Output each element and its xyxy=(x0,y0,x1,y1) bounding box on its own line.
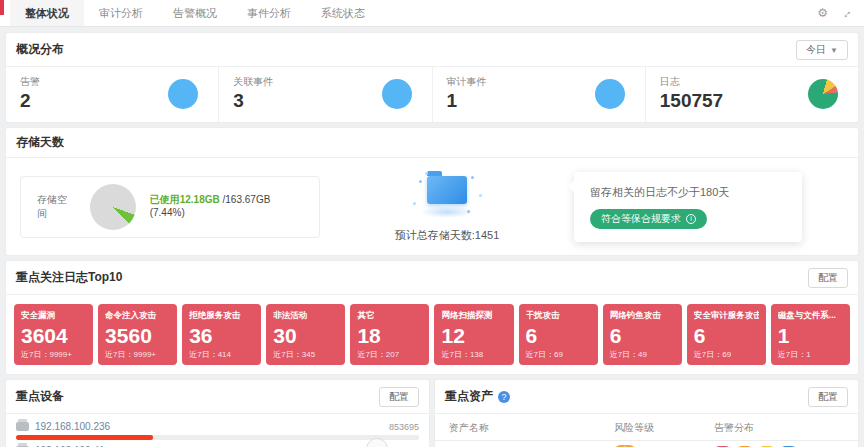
log-card-value: 6 xyxy=(610,324,675,348)
log-card-recent: 近7日：207 xyxy=(357,349,422,360)
log-card-title: 安全审计服务攻击 xyxy=(694,310,759,322)
stat-value: 1 xyxy=(447,90,487,112)
log-card-value: 6 xyxy=(526,324,591,348)
info-icon: i xyxy=(686,214,696,224)
log-card-title: 命令注入攻击 xyxy=(105,310,170,322)
assets-col-risk: 风险等级 xyxy=(614,421,714,435)
assets-table-header: 资产名称 风险等级 告警分布 xyxy=(435,414,858,441)
device-icon xyxy=(16,422,29,431)
log-card-recent: 近7日：345 xyxy=(273,349,338,360)
storage-section: 存储天数 存储空间 已使用12.18GB /163.67GB (7.44%) 预… xyxy=(6,128,858,255)
log-card-title: 干扰攻击 xyxy=(526,310,591,322)
asset-row: WindowsServer2016高0202 xyxy=(435,441,858,447)
period-label: 今日 xyxy=(806,43,826,57)
tab-0[interactable]: 整体状况 xyxy=(10,0,84,26)
asset-rows: WindowsServer2016高0202UAC高0200centos-233… xyxy=(435,441,858,447)
compliance-notice-text: 留存相关的日志不少于180天 xyxy=(590,185,786,200)
log-card-value: 3560 xyxy=(105,324,170,348)
storage-used-text: 已使用12.18GB xyxy=(150,194,220,205)
stat-label: 审计事件 xyxy=(447,75,487,89)
log-card-title: 非法活动 xyxy=(273,310,338,322)
log-card-recent: 近7日：138 xyxy=(441,349,506,360)
top-log-card[interactable]: 安全审计服务攻击6近7日：69 xyxy=(687,304,766,365)
log-card-title: 网络扫描探测 xyxy=(441,310,506,322)
log-card-title: 其它 xyxy=(357,310,422,322)
overview-section: 概况分布 今日 ▼ 告警2关联事件3审计事件1日志150757 xyxy=(6,33,858,122)
log-card-recent: 近7日：49 xyxy=(610,349,675,360)
compliance-badge[interactable]: 符合等保合规要求 i xyxy=(590,209,707,229)
help-icon[interactable]: ? xyxy=(498,391,510,403)
log-card-value: 18 xyxy=(357,324,422,348)
top-logs-config-button[interactable]: 配置 xyxy=(808,268,848,288)
log-card-recent: 近7日：9999+ xyxy=(21,349,86,360)
stat-value: 150757 xyxy=(660,90,723,112)
log-card-value: 12 xyxy=(441,324,506,348)
tab-3[interactable]: 事件分析 xyxy=(232,0,306,26)
stat-label: 告警 xyxy=(20,75,40,89)
log-card-recent: 近7日：1 xyxy=(778,349,843,360)
top-log-card[interactable]: 非法活动30近7日：345 xyxy=(266,304,345,365)
log-card-value: 36 xyxy=(189,324,254,348)
log-card-value: 6 xyxy=(694,324,759,348)
log-pie-icon xyxy=(808,79,838,109)
devices-section: 重点设备 配置 192.168.100.236853695192.168.100… xyxy=(6,380,429,447)
stat-label: 日志 xyxy=(660,75,723,89)
storage-space-label: 存储空间 xyxy=(37,193,76,221)
top-log-card[interactable]: 命令注入攻击3560近7日：9999+ xyxy=(98,304,177,365)
top-logs-title: 重点关注日志Top10 xyxy=(16,269,122,286)
devices-config-button[interactable]: 配置 xyxy=(379,387,419,407)
blue-circle-icon xyxy=(382,79,412,109)
assets-section: 重点资产 ? 配置 资产名称 风险等级 告警分布 WindowsServer20… xyxy=(435,380,858,447)
period-dropdown[interactable]: 今日 ▼ xyxy=(796,40,848,60)
devices-title: 重点设备 xyxy=(16,388,64,405)
log-card-title: 网络钓鱼攻击 xyxy=(610,310,675,322)
stat-item: 审计事件1 xyxy=(433,67,646,122)
top-log-card[interactable]: 安全漏洞3604近7日：9999+ xyxy=(14,304,93,365)
log-card-title: 拒绝服务攻击 xyxy=(189,310,254,322)
log-card-value: 1 xyxy=(778,324,843,348)
top-log-card[interactable]: 其它18近7日：207 xyxy=(350,304,429,365)
log-card-recent: 近7日：9999+ xyxy=(105,349,170,360)
top-log-card[interactable]: 干扰攻击6近7日：69 xyxy=(519,304,598,365)
assets-col-dist: 告警分布 xyxy=(714,421,844,435)
compliance-badge-label: 符合等保合规要求 xyxy=(601,212,681,226)
top-log-card[interactable]: 网络扫描探测12近7日：138 xyxy=(434,304,513,365)
log-card-recent: 近7日：69 xyxy=(526,349,591,360)
log-card-value: 3604 xyxy=(21,324,86,348)
device-rows: 192.168.100.236853695192.168.100.4121742… xyxy=(6,414,429,447)
blue-circle-icon xyxy=(168,79,198,109)
log-card-value: 30 xyxy=(273,324,338,348)
tab-1[interactable]: 审计分析 xyxy=(84,0,158,26)
storage-days-text: 预计总存储天数:1451 xyxy=(395,228,500,243)
overview-title: 概况分布 xyxy=(16,41,64,58)
chevron-down-icon: ▼ xyxy=(830,46,838,55)
expand-icon[interactable]: ↔ xyxy=(837,4,855,22)
log-card-recent: 近7日：69 xyxy=(694,349,759,360)
top-log-cards: 安全漏洞3604近7日：9999+命令注入攻击3560近7日：9999+拒绝服务… xyxy=(6,295,858,374)
gear-icon[interactable]: ⚙ xyxy=(817,6,828,20)
device-ip: 192.168.100.236 xyxy=(16,421,110,432)
stat-value: 2 xyxy=(20,90,40,112)
tab-4[interactable]: 系统状态 xyxy=(306,0,380,26)
storage-space-card: 存储空间 已使用12.18GB /163.67GB (7.44%) xyxy=(20,176,320,238)
overview-stats: 告警2关联事件3审计事件1日志150757 xyxy=(6,67,858,122)
top-log-card[interactable]: 磁盘与文件系...1近7日：1 xyxy=(771,304,850,365)
log-card-recent: 近7日：414 xyxy=(189,349,254,360)
log-card-title: 磁盘与文件系... xyxy=(778,310,843,322)
device-row[interactable]: 192.168.100.41217424 xyxy=(16,440,419,447)
top-log-card[interactable]: 拒绝服务攻击36近7日：414 xyxy=(182,304,261,365)
storage-title: 存储天数 xyxy=(16,134,64,151)
tab-bar-tabs: 整体状况审计分析告警概况事件分析系统状态 xyxy=(10,0,380,26)
storage-pie-chart xyxy=(90,184,136,230)
device-value: 853695 xyxy=(389,422,419,432)
folder-icon xyxy=(407,170,487,222)
top-logs-section: 重点关注日志Top10 配置 安全漏洞3604近7日：9999+命令注入攻击35… xyxy=(6,261,858,374)
top-log-card[interactable]: 网络钓鱼攻击6近7日：49 xyxy=(603,304,682,365)
stat-label: 关联事件 xyxy=(233,75,273,89)
tab-2[interactable]: 告警概况 xyxy=(158,0,232,26)
top-tab-bar: 整体状况审计分析告警概况事件分析系统状态 ⚙ ↔ xyxy=(0,0,864,27)
stat-item: 告警2 xyxy=(6,67,219,122)
device-row[interactable]: 192.168.100.236853695 xyxy=(16,416,419,440)
assets-config-button[interactable]: 配置 xyxy=(808,387,848,407)
stat-item: 关联事件3 xyxy=(219,67,432,122)
